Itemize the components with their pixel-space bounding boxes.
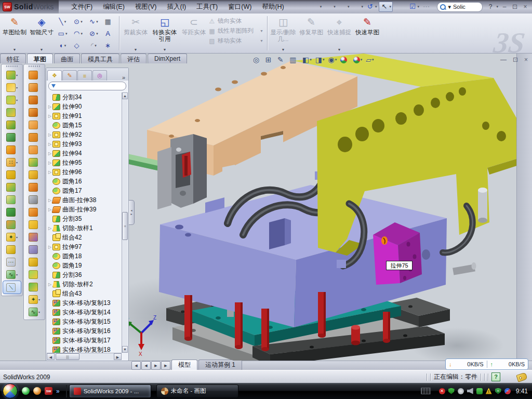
tray-icon[interactable]: ✕ [439, 388, 445, 394]
dropdown-caret[interactable]: ▾ [372, 58, 374, 62]
dropdown-caret[interactable]: ▼ [96, 32, 99, 35]
expand-arrow-icon[interactable]: ▷ [47, 245, 52, 249]
ribbon-button[interactable]: ◱ 转换实体引用 ▼ [150, 14, 179, 53]
expand-arrow-icon[interactable]: ▷ [47, 226, 52, 231]
scroll-up-button[interactable]: ▲ [122, 92, 128, 99]
command-tab[interactable]: DimXpert [148, 54, 187, 63]
quick-launch-icon[interactable] [33, 387, 41, 395]
feature-tree-item[interactable]: ▷ 拉伸91 [47, 111, 122, 121]
feature-tree-item[interactable]: ▷ 分割36 [47, 270, 122, 280]
feature-tree-item[interactable]: ▷ 实体-移动/复制14 [47, 308, 122, 317]
menu-item[interactable]: 帮助(H) [257, 1, 289, 13]
doc-minimize-button[interactable]: — [500, 56, 507, 63]
dropdown-caret[interactable]: ▾ [16, 98, 18, 102]
toolbar-button[interactable]: ↖ ▾ [379, 2, 393, 12]
expand-arrow-icon[interactable]: ▷ [47, 132, 52, 137]
tray-icon[interactable] [467, 388, 473, 394]
document-tab[interactable]: 模型 [171, 360, 197, 370]
dropdown-caret[interactable]: ▼ [65, 32, 68, 35]
panel-overflow-chevron[interactable]: » [120, 74, 127, 81]
dropdown-caret[interactable]: ▾ [320, 5, 323, 9]
dropdown-caret[interactable]: ▼ [94, 44, 97, 47]
dropdown-caret[interactable]: ▼ [96, 20, 99, 23]
panel-tab[interactable]: ≡ [77, 70, 92, 81]
surface-tool-button[interactable]: ∿ ▾ [24, 305, 45, 318]
tree-filter-input[interactable] [48, 82, 126, 90]
feature-tool-button[interactable]: ∿ ▾ [2, 268, 22, 281]
start-button[interactable] [3, 383, 18, 398]
surface-tool-button[interactable]: ▾ [24, 206, 45, 218]
quick-launch-chevron[interactable]: » [56, 388, 60, 395]
toolbar-button[interactable]: ▾ [310, 2, 323, 11]
close-button[interactable]: × [521, 3, 532, 10]
ribbon-small-button[interactable]: ▧ 移动实体 ▼ [208, 37, 265, 45]
sketch-tool-button[interactable]: ∿ ▼ [86, 16, 102, 28]
view-tool-button[interactable]: ◨ ▾ [315, 56, 325, 64]
menu-item[interactable]: 插入(I) [162, 1, 191, 13]
expand-arrow-icon[interactable]: ▷ [47, 151, 52, 156]
view-tool-button[interactable]: ◉ ▾ [328, 56, 337, 64]
quick-tips-icon[interactable]: ? [491, 373, 500, 381]
tray-icon[interactable] [458, 388, 464, 394]
ribbon-button[interactable]: ⌖ 快速捕捉 ▼ [325, 14, 353, 53]
panel-tab[interactable]: ❖ [47, 70, 62, 81]
command-tab[interactable]: 特征 [0, 54, 26, 63]
dropdown-caret[interactable]: ▾ [16, 86, 18, 89]
feature-tree-item[interactable]: ▷ 拉伸93 [47, 139, 122, 149]
tray-icon[interactable]: ! [486, 388, 492, 394]
surface-tool-button[interactable]: ▾ [24, 256, 45, 268]
toolbar-button[interactable]: ▾ [296, 2, 309, 11]
sketch-tool-button[interactable]: ◠ ▼ [71, 28, 86, 39]
view-tool-button[interactable]: ✎ ▾ [277, 56, 286, 64]
tree-horizontal-scrollbar[interactable]: ◀ ||| ▶ [47, 353, 122, 360]
feature-tool-button[interactable]: ▾ [2, 243, 22, 256]
keyboard-layout-icon[interactable] [421, 388, 431, 394]
feature-tree-item[interactable]: ▷ 组合43 [47, 289, 122, 298]
sketch-tool-button[interactable]: ⊘ ▼ [86, 28, 102, 39]
tab-nav-button[interactable]: ▶ [161, 361, 170, 370]
ribbon-button[interactable]: ✎ 修复草图 ▼ [297, 14, 325, 53]
help-dropdown-caret[interactable]: ▾ [496, 5, 499, 9]
menu-item[interactable]: 窗口(W) [223, 1, 257, 13]
feature-tree-item[interactable]: ▷ 实体-移动/复制18 [47, 345, 122, 353]
menu-item[interactable]: 文件(F) [66, 1, 98, 13]
panel-tab[interactable]: ◎ [92, 70, 107, 81]
menu-item[interactable]: 工具(T) [191, 1, 223, 13]
surface-tool-button[interactable]: ▾ [24, 168, 45, 181]
minimize-button[interactable]: – [500, 3, 509, 10]
ribbon-button[interactable]: ◈ 智能尺寸 ▼ [28, 14, 55, 53]
menu-item[interactable]: 视图(V) [130, 1, 162, 13]
view-tool-button[interactable]: ● ▾ [340, 57, 350, 63]
feature-tool-button[interactable]: ▾ [2, 143, 22, 156]
dropdown-caret[interactable]: ▼ [282, 48, 285, 53]
feature-tree-item[interactable]: ▷ 分割35 [47, 214, 122, 223]
panel-splitter-handle[interactable]: ◂▸ [129, 200, 135, 225]
sketch-tool-button[interactable]: A ▼ [102, 28, 117, 39]
feature-tool-button[interactable]: ▾ [2, 168, 22, 181]
expand-arrow-icon[interactable]: ▷ [47, 114, 52, 118]
feature-tree-item[interactable]: ▷ 圆角17 [47, 186, 122, 195]
feature-tree-item[interactable]: ▷ 圆角19 [47, 261, 122, 270]
toolbar-button[interactable]: ▾ [394, 2, 407, 11]
dropdown-caret[interactable]: ▾ [417, 5, 420, 9]
expand-arrow-icon[interactable]: ▷ [47, 161, 52, 165]
surface-tool-button[interactable]: ▾ [24, 281, 45, 293]
ribbon-button[interactable]: ✎ 快速草图 ▼ [353, 14, 381, 53]
dropdown-caret[interactable]: ▼ [63, 20, 66, 23]
feature-tree-item[interactable]: ▷ 拉伸90 [47, 102, 122, 111]
dropdown-caret[interactable]: ▾ [361, 58, 363, 62]
feature-tree-item[interactable]: ▷ 拉伸94 [47, 149, 122, 158]
dropdown-caret[interactable]: ▾ [323, 58, 325, 62]
tab-nav-button[interactable]: ◀ [131, 361, 141, 370]
surface-tool-button[interactable]: ▾ [24, 69, 45, 81]
feature-tool-button[interactable]: ⟍ ▾ [3, 281, 21, 294]
feature-tree-item[interactable]: ▷ 实体-移动/复制16 [47, 326, 122, 336]
surface-tool-button[interactable]: ▾ [24, 106, 45, 118]
dropdown-caret[interactable]: ▼ [163, 48, 167, 53]
ribbon-button[interactable]: ✂ 剪裁实体 ▼ [121, 14, 150, 53]
dropdown-caret[interactable]: ▼ [338, 48, 341, 53]
feature-tree-item[interactable]: ▷ 曲面-拉伸38 [47, 195, 122, 205]
dropdown-caret[interactable]: ▼ [80, 20, 83, 23]
ribbon-button[interactable]: ⊂ 等距实体 ▼ [179, 14, 208, 53]
feature-tool-button[interactable]: ▾ [2, 118, 22, 131]
